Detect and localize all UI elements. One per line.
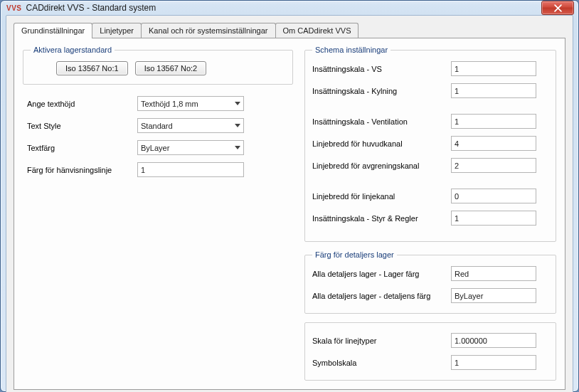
combo-text-height[interactable]: Texthöjd 1,8 mm: [137, 96, 244, 111]
row-ref-line-color: Färg för hänvisningslinje: [27, 162, 289, 177]
input-detail-layer-color[interactable]: [451, 266, 536, 281]
row-linetype-scale: Skala för linejtyper: [312, 333, 548, 348]
input-scale-vs[interactable]: [451, 61, 536, 76]
input-ref-line-color[interactable]: [137, 162, 244, 177]
group-layer-standard-legend: Aktivera lagerstandard: [31, 46, 115, 54]
tab-panel-grundinstallningar: Aktivera lagerstandard Iso 13567 No:1 Is…: [14, 38, 565, 390]
group-schema: Schema inställningar Insättningskala - V…: [304, 46, 556, 242]
row-detail-entity-color: Alla detaljers lager - detaljens färg: [312, 288, 548, 303]
label-ref-line-color: Färg för hänvisningslinje: [27, 166, 137, 174]
label-linewidth-line: Linjebredd för linjekanal: [312, 192, 451, 201]
row-scale-ventilation: Insättningskala - Ventilation: [312, 114, 548, 129]
tab-linjetyper[interactable]: Linjetyper: [92, 23, 142, 38]
input-scale-styr-regler[interactable]: [451, 211, 536, 226]
row-symbol-scale: Symbolskala: [312, 355, 548, 370]
chevron-down-icon: [235, 124, 240, 127]
iso-13567-no2-button[interactable]: Iso 13567 No:2: [135, 61, 207, 75]
app-icon: VVS: [6, 4, 22, 12]
combo-text-height-value: Texthöjd 1,8 mm: [141, 100, 198, 108]
combo-text-style[interactable]: Standard: [137, 118, 244, 133]
chevron-down-icon: [235, 146, 240, 149]
label-text-style: Text Style: [27, 122, 137, 130]
row-linewidth-line: Linjebredd för linjekanal: [312, 189, 548, 203]
input-linewidth-main[interactable]: [451, 136, 536, 151]
row-text-color: Textfärg ByLayer: [27, 140, 289, 155]
tab-grundinstallningar[interactable]: Grundinställningar: [14, 23, 92, 38]
row-scale-vs: Insättningskala - VS: [312, 61, 548, 76]
input-scale-ventilation[interactable]: [451, 114, 536, 129]
combo-text-color-value: ByLayer: [141, 144, 169, 152]
label-text-height: Ange texthöjd: [27, 100, 137, 108]
label-scale-vs: Insättningskala - VS: [312, 65, 451, 73]
group-scales: Skala för linejtyper Symbolskala: [304, 322, 556, 381]
label-scale-kylning: Insättningskala - Kylning: [312, 87, 451, 95]
input-scale-kylning[interactable]: [451, 83, 536, 98]
close-icon: [554, 4, 562, 12]
iso-13567-no1-button[interactable]: Iso 13567 No:1: [56, 61, 128, 75]
group-detail-colors: Färg för detaljers lager Alla detaljers …: [304, 250, 556, 314]
group-schema-legend: Schema inställningar: [312, 46, 391, 54]
row-scale-styr-regler: Insättningskala - Styr & Regler: [312, 211, 548, 226]
group-layer-standard: Aktivera lagerstandard Iso 13567 No:1 Is…: [23, 46, 293, 85]
window-close-button[interactable]: [541, 1, 574, 15]
label-scale-styr-regler: Insättningskala - Styr & Regler: [312, 214, 451, 223]
tab-om-caddirekt[interactable]: Om CADdirekt VVS: [275, 23, 359, 38]
label-detail-entity-color: Alla detaljers lager - detaljens färg: [312, 292, 451, 300]
label-linewidth-branch: Linjebredd för avgreningskanal: [312, 161, 451, 170]
row-detail-layer-color: Alla detaljers lager - Lager färg: [312, 266, 548, 281]
tab-kanal-ror[interactable]: Kanal och rör systemsinställningar: [141, 23, 276, 38]
app-window: VVS CADdirekt VVS - Standard system Grun…: [0, 0, 579, 392]
titlebar: VVS CADdirekt VVS - Standard system: [1, 1, 578, 15]
row-text-style: Text Style Standard: [27, 118, 289, 133]
window-title: CADdirekt VVS - Standard system: [26, 3, 156, 13]
input-linewidth-branch[interactable]: [451, 158, 536, 173]
label-text-color: Textfärg: [27, 144, 137, 152]
label-symbol-scale: Symbolskala: [312, 359, 451, 367]
row-linewidth-main: Linjebredd för huvudkanal: [312, 136, 548, 151]
row-scale-kylning: Insättningskala - Kylning: [312, 83, 548, 98]
row-text-height: Ange texthöjd Texthöjd 1,8 mm: [27, 96, 289, 111]
label-linewidth-main: Linjebredd för huvudkanal: [312, 139, 451, 148]
chevron-down-icon: [235, 102, 240, 105]
row-linewidth-branch: Linjebredd för avgreningskanal: [312, 158, 548, 173]
input-symbol-scale[interactable]: [451, 355, 536, 370]
left-column: Aktivera lagerstandard Iso 13567 No:1 Is…: [23, 46, 293, 381]
combo-text-color[interactable]: ByLayer: [137, 140, 244, 155]
client-area: Grundinställningar Linjetyper Kanal och …: [6, 15, 573, 392]
tabstrip: Grundinställningar Linjetyper Kanal och …: [14, 23, 565, 38]
label-scale-ventilation: Insättningskala - Ventilation: [312, 117, 451, 126]
label-detail-layer-color: Alla detaljers lager - Lager färg: [312, 270, 451, 278]
right-column: Schema inställningar Insättningskala - V…: [304, 46, 556, 381]
input-linewidth-line[interactable]: [451, 189, 536, 203]
label-linetype-scale: Skala för linejtyper: [312, 337, 451, 345]
input-detail-entity-color[interactable]: [451, 288, 536, 303]
combo-text-style-value: Standard: [141, 122, 173, 130]
input-linetype-scale[interactable]: [451, 333, 536, 348]
group-detail-colors-legend: Färg för detaljers lager: [312, 250, 397, 259]
